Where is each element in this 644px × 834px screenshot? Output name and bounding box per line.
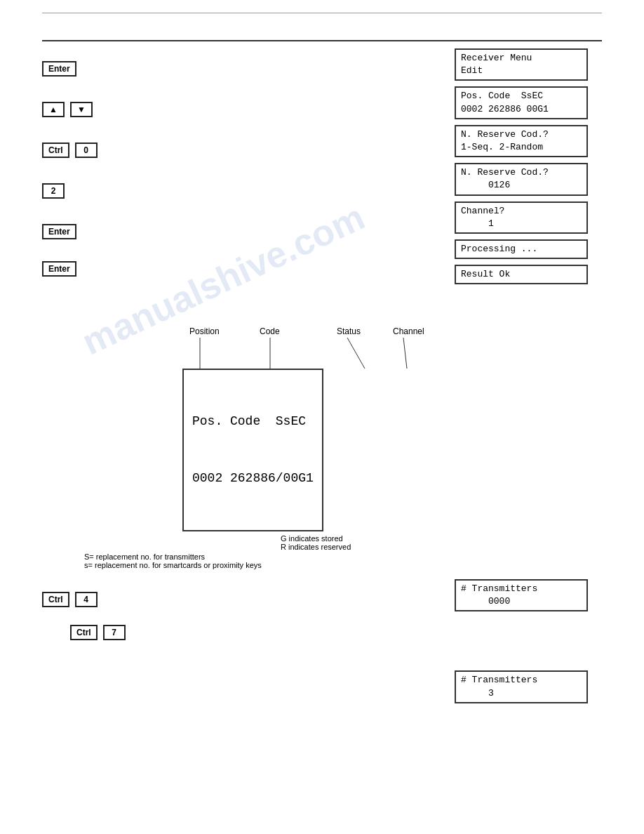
lcd-channel: Channel? 1 [455, 201, 602, 234]
row-arrows: ▲ ▼ [42, 89, 455, 130]
note-s-lower: s= replacement no. for smartcards or pro… [84, 561, 602, 569]
two-key[interactable]: 2 [42, 183, 65, 199]
arrow-up-key[interactable]: ▲ [42, 102, 65, 117]
note-g-stored: G indicates stored [281, 534, 343, 543]
enter2-key[interactable]: Enter [42, 224, 76, 239]
diagram-labels-area: Position Code Status Channel [182, 326, 519, 369]
lcd-processing: Processing ... [455, 239, 602, 259]
lcd-n-reserve-1: N. Reserve Cod.? 1-Seq. 2-Random [455, 125, 602, 157]
diagram-lcd-line2: 0002 262886/00G1 [192, 469, 314, 488]
svg-line-3 [403, 338, 407, 369]
diagram-lcd-box: Pos. Code SsEC 0002 262886/00G1 [182, 369, 602, 531]
bottom-layout: Ctrl 4 Ctrl 7 # Transmitters 0000 # Tran… [0, 572, 644, 709]
lcd-transmitters-0000: # Transmitters 0000 [455, 579, 602, 611]
note-s-upper: S= replacement no. for transmitters [84, 552, 602, 561]
diagram-lcd-line1: Pos. Code SsEC [192, 412, 314, 431]
left-column: Enter ▲ ▼ Ctrl 0 2 Enter Enter [42, 48, 455, 319]
label-position: Position [189, 326, 220, 336]
note-r-reserved: R indicates reserved [281, 543, 351, 551]
connector-lines-svg [182, 338, 519, 369]
ctrl1-key[interactable]: Ctrl [42, 143, 69, 158]
seven-key[interactable]: 7 [103, 625, 126, 640]
row-empty1 [42, 286, 455, 319]
label-channel: Channel [393, 326, 424, 336]
spacer-right [455, 617, 602, 670]
four-key[interactable]: 4 [75, 592, 98, 607]
ctrl2-key[interactable]: Ctrl [42, 592, 69, 607]
main-layout: Enter ▲ ▼ Ctrl 0 2 Enter Enter [0, 41, 644, 319]
row-empty2 [42, 645, 455, 680]
lcd-receiver-menu: Receiver Menu Edit [455, 48, 602, 81]
row-ctrl0: Ctrl 0 [42, 130, 455, 171]
top-rule-thin [42, 13, 602, 13]
right-column: Receiver Menu Edit Pos. Code SsEC 0002 2… [455, 48, 602, 319]
row-ctrl7: Ctrl 7 [70, 620, 455, 645]
label-code: Code [260, 326, 280, 336]
diagram-section: Position Code Status Channel Pos. Code S… [0, 319, 644, 569]
bottom-right: # Transmitters 0000 # Transmitters 3 [455, 579, 602, 709]
lcd-pos-code-1: Pos. Code SsEC 0002 262886 00G1 [455, 86, 602, 119]
lcd-result-ok: Result Ok [455, 265, 602, 284]
label-status: Status [337, 326, 361, 336]
enter3-key[interactable]: Enter [42, 261, 76, 277]
row-enter3: Enter [42, 252, 455, 286]
diagram-notes-right: G indicates stored R indicates reserved [281, 534, 602, 551]
lcd-transmitters-3: # Transmitters 3 [455, 670, 602, 703]
zero-key[interactable]: 0 [75, 143, 98, 158]
row-two: 2 [42, 171, 455, 211]
svg-line-2 [347, 338, 365, 369]
arrow-down-key[interactable]: ▼ [70, 102, 93, 117]
row-enter2: Enter [42, 211, 455, 252]
enter1-key[interactable]: Enter [42, 61, 76, 77]
bottom-left: Ctrl 4 Ctrl 7 [42, 579, 455, 709]
lcd-n-reserve-2: N. Reserve Cod.? 0126 [455, 163, 602, 195]
row-ctrl4: Ctrl 4 [42, 579, 455, 620]
ctrl3-key[interactable]: Ctrl [70, 625, 98, 640]
page-wrapper: manualshive.com Enter ▲ ▼ Ctrl 0 2 [0, 13, 644, 834]
row-enter1: Enter [42, 48, 455, 89]
diagram-notes-below: S= replacement no. for transmitters s= r… [84, 552, 602, 569]
